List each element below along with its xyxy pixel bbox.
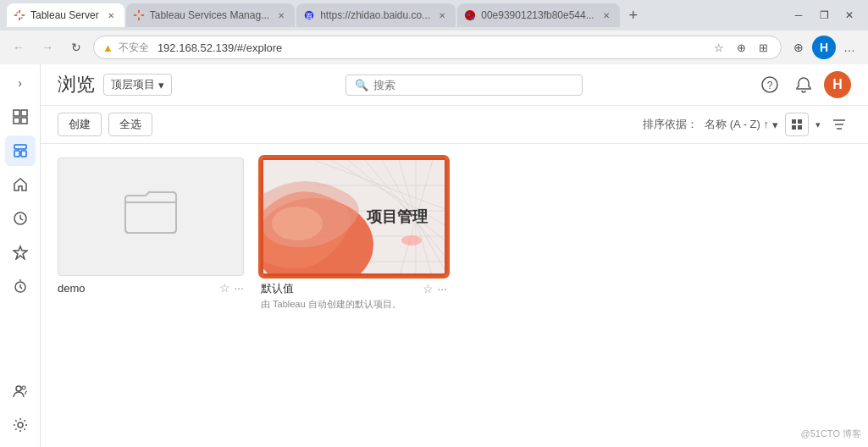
hash-favicon: 🐾 [464, 9, 476, 21]
sidebar-home-icon[interactable] [5, 169, 36, 200]
restore-button[interactable]: ❐ [812, 3, 836, 27]
default-info: 默认值 ☆ ··· [261, 276, 447, 298]
grid-view-button[interactable] [785, 113, 809, 136]
create-button[interactable]: 创建 [58, 113, 102, 136]
tab-tableau-server[interactable]: Tableau Server ✕ [7, 3, 124, 27]
svg-marker-22 [14, 246, 27, 259]
default-thumbnail[interactable]: 项目管理 [261, 157, 447, 276]
svg-rect-1 [19, 18, 20, 21]
sort-label: 排序依据： [643, 117, 698, 132]
toolbar-right: 排序依据： 名称 (A - Z) ↑ ▾ ▾ [643, 113, 851, 136]
sidebar-history-icon[interactable] [5, 271, 36, 301]
demo-info: demo ☆ ··· [58, 276, 244, 296]
svg-rect-6 [138, 10, 140, 14]
tableau-favicon [14, 9, 25, 21]
content-area: demo ☆ ··· [41, 144, 868, 447]
view-chevron-icon: ▾ [815, 119, 821, 130]
project-overlay-text: 项目管理 [367, 207, 428, 227]
extensions-button[interactable]: ⊕ [787, 36, 810, 59]
filter-label: 顶层项目 [111, 77, 155, 92]
security-warning-icon: ▲ [102, 41, 113, 54]
sidebar-users-icon[interactable] [5, 376, 36, 406]
svg-rect-17 [21, 118, 27, 124]
svg-rect-2 [14, 14, 18, 16]
page: › 浏览 [0, 64, 868, 447]
svg-point-50 [272, 207, 323, 240]
tab-label-hash: 00e93901213fb80e544... [481, 9, 594, 21]
tab-baidu[interactable]: 百 https://zhidao.baidu.co... ✕ [296, 3, 456, 27]
help-button[interactable]: ? [756, 71, 783, 98]
filter-dropdown[interactable]: 顶层项目 ▾ [103, 74, 172, 96]
demo-star-button[interactable]: ☆ [219, 281, 230, 295]
svg-rect-14 [14, 110, 19, 116]
svg-rect-9 [141, 14, 144, 16]
reload-button[interactable]: ↻ [64, 36, 88, 59]
main-content: 浏览 顶层项目 ▾ 🔍 ? H [41, 64, 868, 447]
project-card-default: 项目管理 默认值 ☆ ··· 由 Tableau 自动创建的默认项目。 [261, 157, 447, 312]
svg-rect-3 [22, 14, 25, 16]
browser-profile-avatar[interactable]: H [812, 36, 836, 59]
tableau-visualization: 项目管理 [263, 160, 445, 273]
svg-rect-8 [134, 14, 137, 16]
svg-rect-29 [792, 119, 796, 124]
sidebar-icon[interactable]: ⊞ [754, 38, 772, 57]
svg-rect-16 [14, 118, 19, 124]
tab-tableau-services[interactable]: Tableau Services Manag... ✕ [126, 3, 295, 27]
filter-button[interactable] [827, 113, 851, 136]
back-button[interactable]: ← [7, 36, 30, 59]
sidebar-recent-icon[interactable] [5, 203, 36, 234]
baidu-favicon: 百 [303, 9, 315, 21]
user-avatar[interactable]: H [824, 71, 851, 98]
bookmark-star-icon[interactable]: ☆ [710, 38, 728, 57]
forward-button[interactable]: → [36, 36, 59, 59]
tab-close-tableau-server[interactable]: ✕ [104, 8, 118, 22]
svg-rect-0 [19, 10, 20, 14]
svg-text:?: ? [767, 80, 773, 91]
sidebar-toggle-button[interactable]: › [8, 71, 32, 95]
page-title: 浏览 [58, 72, 95, 97]
tab-label-baidu: https://zhidao.baidu.co... [320, 9, 430, 21]
sidebar-grid-icon[interactable] [5, 102, 36, 132]
svg-point-51 [401, 235, 422, 246]
project-card-demo: demo ☆ ··· [58, 157, 244, 312]
svg-rect-5 [20, 17, 23, 19]
tab-close-baidu[interactable]: ✕ [435, 8, 449, 22]
search-area: 🔍 [346, 74, 583, 96]
sort-dropdown[interactable]: 名称 (A - Z) ↑ ▾ [705, 117, 778, 132]
bookmark-icon[interactable]: ⊕ [732, 38, 750, 57]
more-options-button[interactable]: … [838, 36, 861, 59]
minimize-button[interactable]: ─ [787, 3, 810, 27]
folder-icon [124, 189, 178, 246]
url-icons: ☆ ⊕ ⊞ [710, 38, 772, 57]
sidebar-settings-icon[interactable] [5, 410, 36, 440]
demo-more-button[interactable]: ··· [234, 281, 244, 295]
sidebar-layout-icon[interactable] [5, 135, 36, 166]
main-topbar: 浏览 顶层项目 ▾ 🔍 ? H [41, 64, 868, 106]
tab-close-hash[interactable]: ✕ [600, 8, 613, 22]
chevron-down-icon: ▾ [158, 79, 164, 91]
default-actions: ☆ ··· [423, 282, 447, 295]
search-input-wrapper[interactable]: 🔍 [346, 74, 583, 96]
svg-rect-30 [798, 119, 802, 124]
url-bar[interactable]: ▲ 不安全 192.168.52.139/#/explore ☆ ⊕ ⊞ [93, 36, 782, 59]
secondary-toolbar: 创建 全选 排序依据： 名称 (A - Z) ↑ ▾ ▾ [41, 106, 868, 144]
svg-rect-18 [14, 145, 26, 149]
notification-button[interactable] [790, 71, 817, 98]
select-all-button[interactable]: 全选 [108, 113, 152, 136]
svg-rect-15 [21, 110, 27, 116]
tab-hash[interactable]: 🐾 00e93901213fb80e544... ✕ [457, 3, 619, 27]
sidebar-favorites-icon[interactable] [5, 237, 36, 268]
new-tab-button[interactable]: + [622, 3, 645, 27]
default-star-button[interactable]: ☆ [423, 282, 434, 295]
svg-rect-4 [16, 12, 19, 14]
browser-controls-right: ─ ❐ ✕ [787, 3, 861, 27]
tab-close-services[interactable]: ✕ [274, 8, 288, 22]
demo-thumbnail[interactable] [58, 157, 244, 276]
svg-rect-32 [798, 125, 802, 130]
svg-point-25 [22, 386, 25, 389]
default-more-button[interactable]: ··· [437, 282, 447, 295]
search-input[interactable] [373, 79, 560, 91]
svg-text:🐾: 🐾 [466, 11, 475, 21]
close-button[interactable]: ✕ [838, 3, 861, 27]
watermark: @51CTO 博客 [801, 428, 861, 440]
